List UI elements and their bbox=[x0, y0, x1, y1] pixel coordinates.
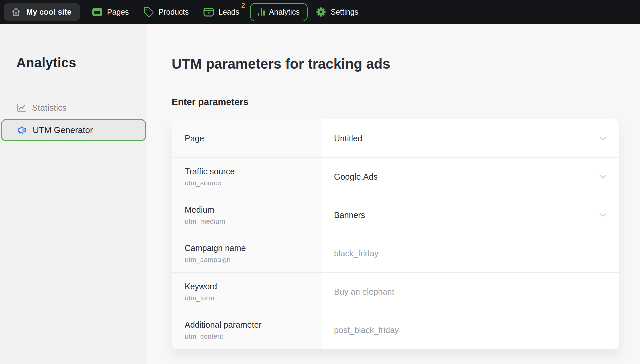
main-nav: Pages Products Leads 2 bbox=[92, 3, 373, 21]
keyword-cell bbox=[322, 273, 619, 311]
form-row-keyword: Keyword utm_term bbox=[172, 273, 619, 311]
page-title: UTM parameters for tracking ads bbox=[172, 56, 640, 72]
form-row-traffic-source: Traffic source utm_source Google.Ads bbox=[172, 158, 619, 196]
campaign-name-cell bbox=[322, 234, 619, 272]
form-row-medium: Medium utm_medium Banners bbox=[172, 196, 619, 234]
nav-item-leads[interactable]: Leads 2 bbox=[203, 7, 239, 17]
sidebar-item-label: UTM Generator bbox=[33, 125, 93, 135]
traffic-source-dropdown[interactable]: Google.Ads bbox=[322, 158, 619, 196]
field-label-cell: Keyword utm_term bbox=[172, 273, 322, 311]
sidebar-menu: Statistics UTM Generator bbox=[0, 98, 147, 141]
gear-icon bbox=[316, 7, 326, 17]
dropdown-value: Untitled bbox=[334, 134, 362, 143]
field-label-cell: Traffic source utm_source bbox=[172, 158, 322, 196]
leads-box-icon bbox=[203, 7, 214, 17]
main-content: UTM parameters for tracking ads Enter pa… bbox=[147, 24, 640, 364]
nav-item-analytics[interactable]: Analytics bbox=[250, 3, 308, 21]
field-label: Keyword bbox=[185, 282, 322, 291]
pages-icon bbox=[92, 7, 103, 17]
field-label: Campaign name bbox=[185, 243, 322, 253]
topbar: My cool site Pages Products bbox=[0, 0, 640, 24]
site-name: My cool site bbox=[26, 8, 71, 17]
section-title: Enter parameters bbox=[172, 97, 640, 107]
additional-parameter-cell bbox=[322, 311, 619, 349]
site-home-button[interactable]: My cool site bbox=[4, 3, 80, 21]
utm-form-card: Page Untitled Traffic source utm_source bbox=[172, 119, 619, 349]
campaign-name-input[interactable] bbox=[334, 249, 593, 258]
chevron-down-icon bbox=[599, 213, 607, 217]
field-label: Medium bbox=[185, 205, 322, 215]
field-label-cell: Medium utm_medium bbox=[172, 196, 322, 234]
chevron-down-icon bbox=[599, 175, 607, 179]
field-sublabel: utm_content bbox=[185, 332, 322, 340]
sidebar-item-utm-generator[interactable]: UTM Generator bbox=[1, 119, 146, 141]
megaphone-icon bbox=[16, 126, 27, 135]
field-sublabel: utm_medium bbox=[185, 217, 322, 225]
dropdown-value: Banners bbox=[334, 210, 365, 220]
field-sublabel: utm_campaign bbox=[185, 256, 322, 264]
field-label: Page bbox=[185, 134, 322, 143]
dropdown-value: Google.Ads bbox=[334, 172, 378, 182]
field-label: Traffic source bbox=[185, 167, 322, 176]
sidebar-item-label: Statistics bbox=[32, 103, 67, 113]
chevron-down-icon bbox=[599, 136, 607, 140]
nav-item-settings[interactable]: Settings bbox=[316, 7, 358, 17]
form-row-additional-parameter: Additional parameter utm_content bbox=[172, 311, 619, 349]
form-row-campaign-name: Campaign name utm_campaign bbox=[172, 234, 619, 273]
field-sublabel: utm_term bbox=[185, 294, 322, 302]
line-chart-icon bbox=[16, 103, 26, 113]
nav-label: Leads bbox=[218, 8, 239, 17]
home-icon bbox=[11, 7, 21, 17]
nav-item-products[interactable]: Products bbox=[143, 7, 189, 17]
leads-count-badge: 2 bbox=[241, 2, 245, 9]
field-sublabel: utm_source bbox=[185, 179, 322, 187]
sidebar-item-statistics[interactable]: Statistics bbox=[0, 98, 147, 117]
bar-chart-icon bbox=[258, 8, 265, 16]
nav-label: Pages bbox=[107, 8, 129, 17]
field-label-cell: Campaign name utm_campaign bbox=[172, 234, 322, 272]
nav-label: Analytics bbox=[269, 8, 300, 17]
form-row-page: Page Untitled bbox=[172, 119, 619, 158]
additional-parameter-input[interactable] bbox=[334, 325, 593, 335]
field-label: Additional parameter bbox=[185, 320, 322, 330]
nav-label: Products bbox=[158, 8, 189, 17]
field-label-cell: Page bbox=[172, 119, 322, 157]
keyword-input[interactable] bbox=[334, 287, 593, 297]
field-label-cell: Additional parameter utm_content bbox=[172, 311, 322, 349]
sidebar: Analytics Statistics bbox=[0, 24, 147, 364]
page-dropdown[interactable]: Untitled bbox=[322, 119, 619, 157]
sidebar-title: Analytics bbox=[16, 55, 147, 70]
nav-item-pages[interactable]: Pages bbox=[92, 7, 129, 17]
tag-icon bbox=[143, 7, 154, 17]
nav-label: Settings bbox=[331, 8, 358, 17]
medium-dropdown[interactable]: Banners bbox=[322, 196, 619, 234]
